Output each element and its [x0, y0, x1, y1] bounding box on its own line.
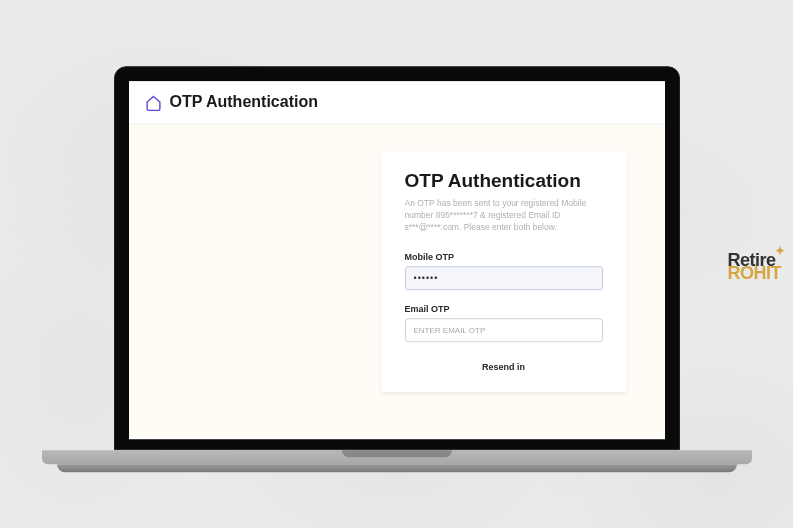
mobile-otp-input[interactable]: [405, 266, 603, 290]
laptop-notch: [342, 450, 452, 457]
laptop-base-bottom: [57, 464, 737, 472]
page-header: OTP Authentication: [129, 81, 665, 124]
page-title: OTP Authentication: [170, 93, 318, 111]
resend-text: Resend in: [405, 362, 603, 372]
card-hint-text: An OTP has been sent to your registered …: [405, 198, 603, 234]
card-title: OTP Authentication: [405, 170, 603, 192]
watermark-logo: Retire ROHIT ✦: [728, 252, 782, 281]
laptop-base-top: [42, 450, 752, 464]
otp-card: OTP Authentication An OTP has been sent …: [381, 150, 627, 392]
page-body: OTP Authentication An OTP has been sent …: [129, 124, 665, 436]
laptop-screen: OTP Authentication OTP Authentication An…: [129, 81, 665, 439]
laptop-mockup: OTP Authentication OTP Authentication An…: [114, 66, 680, 478]
mobile-otp-label: Mobile OTP: [405, 252, 603, 262]
home-icon[interactable]: [145, 94, 162, 111]
laptop-base: [114, 450, 680, 478]
laptop-bezel: OTP Authentication OTP Authentication An…: [114, 66, 680, 450]
watermark-line2: ROHIT: [728, 265, 782, 281]
email-otp-input[interactable]: [405, 318, 603, 342]
email-otp-label: Email OTP: [405, 304, 603, 314]
watermark-star-icon: ✦: [775, 246, 785, 257]
